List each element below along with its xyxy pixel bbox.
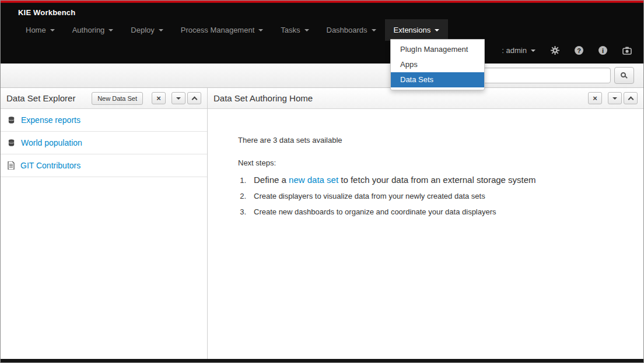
nav-item-authoring[interactable]: Authoring (64, 19, 123, 41)
menu-item-data-sets[interactable]: Data Sets (391, 72, 484, 87)
caret-down-icon (612, 97, 617, 100)
next-step-1: 1. Define a new data set to fetch your d… (238, 175, 632, 185)
chevron-up-icon (191, 96, 197, 102)
explorer-panel-title: Data Set Explorer (6, 93, 92, 103)
data-set-link: World population (21, 138, 82, 147)
caret-down-icon (304, 29, 309, 31)
list-item-git-contributors[interactable]: GIT Contributors (1, 154, 207, 177)
info-icon[interactable]: i (598, 46, 607, 55)
search-input[interactable] (471, 68, 611, 83)
gear-icon[interactable] (551, 46, 559, 55)
list-item-expense-reports[interactable]: Expense reports (1, 109, 207, 132)
step-text-pre: Define a (254, 175, 289, 185)
caret-down-icon (50, 29, 55, 31)
caret-down-icon (372, 29, 376, 31)
extensions-dropdown-menu: PlugIn Management Apps Data Sets (390, 39, 485, 90)
nav-item-dashboards[interactable]: Dashboards (318, 19, 385, 41)
panel-close-button[interactable]: × (588, 92, 602, 104)
new-data-set-button[interactable]: New Data Set (92, 92, 143, 105)
home-content: There are 3 data sets available Next ste… (208, 109, 643, 223)
user-area: : admin ? i (502, 46, 632, 55)
nav-item-extensions[interactable]: Extensions (385, 19, 449, 41)
data-set-link: GIT Contributors (20, 161, 80, 170)
kie-workbench-window: KIE Workbench Home Authoring Deploy Proc… (0, 0, 644, 363)
chevron-up-icon (628, 96, 634, 102)
caret-down-icon (258, 29, 263, 31)
user-menu[interactable]: : admin (502, 46, 536, 55)
list-item-world-population[interactable]: World population (1, 132, 207, 154)
search-button[interactable] (614, 67, 634, 84)
caret-down-icon (176, 97, 181, 100)
menu-item-apps[interactable]: Apps (391, 57, 484, 72)
nav-item-process-management[interactable]: Process Management (172, 19, 272, 41)
next-step-3: 3. Create new dashboards to organize and… (238, 207, 632, 216)
caret-down-icon (159, 29, 163, 31)
new-data-set-link[interactable]: new data set (289, 175, 338, 185)
nav-item-deploy[interactable]: Deploy (122, 19, 172, 41)
search-bar (471, 67, 634, 84)
panel-close-button[interactable]: × (152, 92, 166, 104)
panel-menu-button[interactable] (172, 92, 186, 104)
screenshot-icon[interactable] (622, 47, 632, 55)
caret-down-icon (108, 29, 113, 31)
panel-menu-button[interactable] (608, 92, 622, 104)
panel-maximize-button[interactable] (187, 92, 201, 104)
help-icon[interactable]: ? (575, 46, 583, 55)
caret-down-icon (435, 29, 439, 31)
nav-item-tasks[interactable]: Tasks (272, 19, 317, 41)
next-steps-heading: Next steps: (238, 158, 632, 167)
home-panel-title: Data Set Authoring Home (214, 93, 586, 103)
panel-maximize-button[interactable] (624, 92, 638, 104)
step-text-post: to fetch your data from an external stor… (338, 175, 536, 185)
data-set-icon (8, 116, 15, 124)
data-set-authoring-home-panel: Data Set Authoring Home × There are 3 da… (208, 88, 643, 359)
app-header: KIE Workbench Home Authoring Deploy Proc… (1, 3, 643, 64)
explorer-panel-header: Data Set Explorer New Data Set × (1, 88, 207, 109)
app-title: KIE Workbench (1, 3, 643, 17)
data-set-icon (8, 139, 15, 147)
main-content: Data Set Explorer New Data Set × (1, 88, 643, 359)
home-panel-header: Data Set Authoring Home × (208, 88, 643, 109)
nav-item-home[interactable]: Home (17, 19, 64, 41)
main-navbar: Home Authoring Deploy Process Management… (17, 19, 643, 41)
data-set-explorer-panel: Data Set Explorer New Data Set × (1, 88, 208, 359)
caret-down-icon (531, 50, 536, 52)
data-set-link: Expense reports (21, 115, 80, 125)
search-icon (621, 72, 626, 77)
bottom-dark-strip (1, 359, 643, 362)
datasets-available-text: There are 3 data sets available (238, 136, 632, 145)
next-step-2: 2. Create displayers to visualize data f… (238, 192, 632, 200)
secondary-toolbar (1, 64, 643, 88)
menu-item-plugin-management[interactable]: PlugIn Management (391, 42, 484, 57)
file-icon (8, 161, 15, 170)
